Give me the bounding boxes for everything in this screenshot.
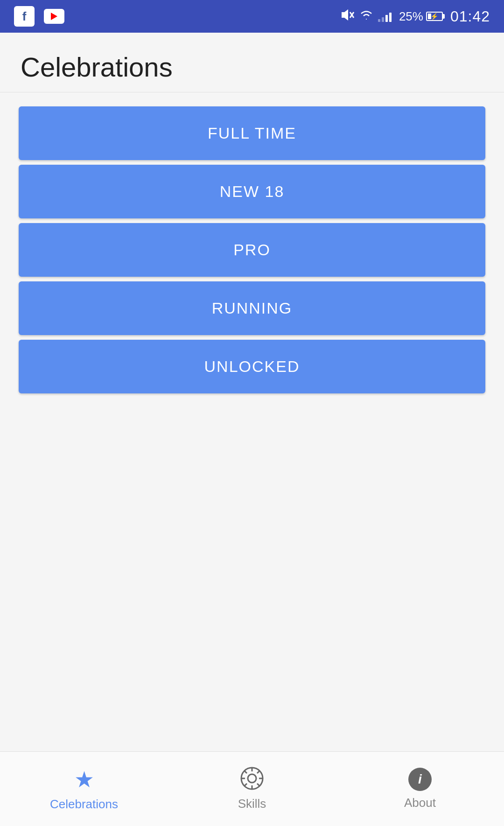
camera-icon	[240, 767, 264, 792]
tab-about[interactable]: i About	[336, 758, 504, 819]
battery-icon: ⚡	[426, 12, 443, 21]
status-time: 01:42	[450, 8, 490, 25]
unlocked-button[interactable]: UNLOCKED	[19, 340, 485, 393]
facebook-icon: f	[14, 6, 35, 27]
wifi-icon	[359, 9, 373, 24]
tab-celebrations-label: Celebrations	[50, 797, 118, 812]
bottom-navigation: ★ Celebrations Skills i About	[0, 751, 504, 826]
signal-bars-icon	[378, 11, 392, 22]
mute-icon	[340, 8, 355, 25]
svg-point-4	[248, 774, 256, 783]
svg-marker-0	[342, 9, 348, 21]
new-18-button[interactable]: NEW 18	[19, 165, 485, 218]
tab-about-label: About	[404, 796, 436, 810]
tab-celebrations[interactable]: ★ Celebrations	[0, 757, 168, 821]
tab-skills[interactable]: Skills	[168, 757, 336, 820]
youtube-icon	[44, 9, 64, 24]
full-time-button[interactable]: FULL TIME	[19, 106, 485, 160]
tab-skills-label: Skills	[238, 797, 266, 811]
battery-percent: 25%	[399, 9, 423, 24]
running-button[interactable]: RUNNING	[19, 281, 485, 335]
svg-line-11	[257, 770, 260, 773]
svg-line-12	[244, 784, 247, 786]
status-bar: f	[0, 0, 504, 33]
status-bar-right: 25% ⚡ 01:42	[340, 8, 490, 25]
battery-bolt-icon: ⚡	[430, 13, 438, 20]
pro-button[interactable]: PRO	[19, 223, 485, 277]
svg-line-9	[244, 770, 247, 773]
main-content: FULL TIME NEW 18 PRO RUNNING UNLOCKED	[0, 92, 504, 751]
info-icon: i	[408, 768, 432, 791]
star-icon: ★	[74, 766, 94, 792]
battery-indicator: 25% ⚡	[399, 9, 443, 24]
svg-line-10	[257, 784, 260, 786]
page-title: Celebrations	[21, 51, 483, 83]
app-header: Celebrations	[0, 33, 504, 92]
status-bar-left: f	[14, 6, 64, 27]
status-icons	[340, 8, 392, 25]
